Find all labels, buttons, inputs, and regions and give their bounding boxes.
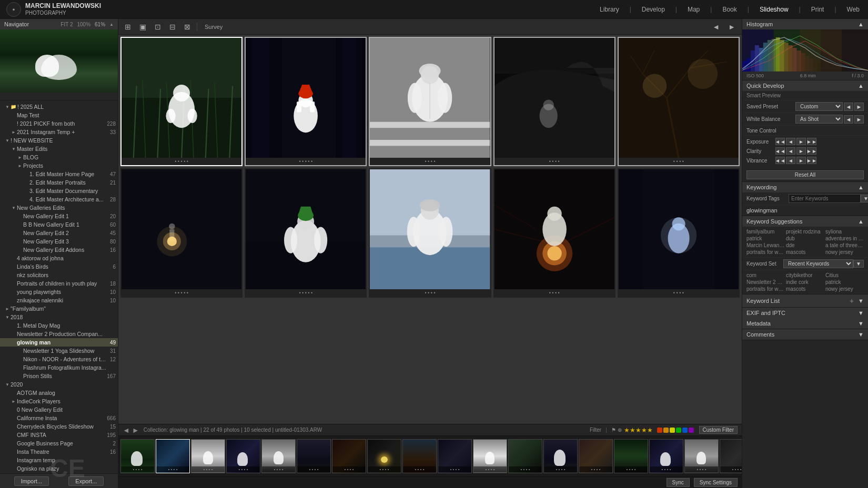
clarity-up-2[interactable]: ►► (807, 147, 816, 155)
wb-right[interactable]: ► (854, 115, 864, 124)
keyword-input[interactable] (789, 194, 861, 203)
zoom-100[interactable]: 100% (77, 22, 90, 27)
tree-gallery3[interactable]: New Gallery Edit 3 80 (0, 237, 118, 246)
tree-instagramtemp[interactable]: Instagram temp (0, 456, 118, 464)
ks-0[interactable]: com (746, 272, 785, 278)
navigator-header[interactable]: Navigator FIT 2 100% 61% ▲ (0, 19, 118, 29)
nav-map[interactable]: Map (685, 5, 702, 14)
tree-edit1[interactable]: 1. Edit Master Home Page 47 (0, 170, 118, 178)
import-button[interactable]: Import... (14, 476, 49, 486)
tree-instatheatre[interactable]: Insta Theatre 16 (0, 448, 118, 456)
keyword-set-select[interactable]: Recent Keywords (783, 259, 853, 268)
saved-preset-select[interactable]: Custom (795, 102, 843, 111)
tree-portraits[interactable]: Portraits of children in youth play 18 (0, 279, 118, 288)
zoom-current[interactable]: 61% (95, 22, 105, 27)
ks-7[interactable]: mascots (786, 286, 824, 292)
tree-nikon[interactable]: Nikon - NOOR - Adventures of th... 12 (0, 355, 118, 363)
film-thumb-6[interactable]: • • • • (332, 439, 366, 473)
photo-cell-7[interactable]: • • • • • (245, 168, 367, 298)
nav-develop[interactable]: Develop (640, 5, 667, 14)
tree-gallery2[interactable]: New Gallery Edit 2 45 (0, 229, 118, 237)
film-thumb-11[interactable]: • • • • (508, 439, 542, 473)
keyword-list-add[interactable]: + (850, 297, 854, 305)
tree-gallery1b[interactable]: B B New Gallery Edit 1 60 (0, 220, 118, 229)
tree-prison[interactable]: Prison Stills 167 (0, 372, 118, 380)
suggestion-1[interactable]: projekt rodzina (786, 229, 824, 235)
histogram-header[interactable]: Histogram ▲ (742, 19, 868, 29)
nav-print[interactable]: Print (809, 5, 826, 14)
saved-preset-right[interactable]: ► (854, 103, 864, 111)
people-view-btn[interactable]: ⊠ (182, 22, 193, 32)
film-thumb-10[interactable]: • • • • (473, 439, 507, 473)
photo-cell-6[interactable]: • • • • • (120, 168, 243, 298)
photo-cell-4[interactable]: • • • • (493, 37, 615, 166)
ks-5[interactable]: patrick (825, 279, 864, 285)
tree-cmfinsta[interactable]: CMF INSTA 195 (0, 431, 118, 439)
photo-cell-10[interactable]: • • • • (618, 168, 740, 298)
film-thumb-14[interactable]: • • • • (614, 439, 648, 473)
color-purple[interactable] (689, 428, 694, 433)
exposure-down-1[interactable]: ◄ (786, 138, 795, 145)
film-thumb-16[interactable]: • • • • (684, 439, 719, 473)
suggestion-10[interactable]: mascots (786, 249, 824, 255)
tree-2025all[interactable]: ▼ 📁 ! 2025 ALL (0, 103, 118, 111)
tree-masteredits[interactable]: ▼ Master Edits (0, 145, 118, 153)
tree-blog[interactable]: ► BLOG (0, 153, 118, 161)
keyword-dropdown-btn[interactable]: ▼ (861, 195, 868, 202)
keywording-toggle[interactable]: ▲ (858, 184, 864, 190)
suggestion-4[interactable]: dub (786, 236, 824, 241)
suggestion-9[interactable]: portraits for website (746, 249, 785, 255)
tree-newsletter1yoga[interactable]: Newsletter 1 Yoga Slideshow 31 (0, 347, 118, 355)
nav-slideshow[interactable]: Slideshow (758, 5, 791, 14)
white-balance-select[interactable]: As Shot (795, 115, 843, 124)
photo-cell-2[interactable]: • • • • • (245, 37, 367, 166)
photo-cell-3[interactable]: • • • • (369, 37, 491, 166)
suggestion-8[interactable]: a tale of three theatres (825, 242, 864, 248)
suggestion-11[interactable]: nowy jersey (825, 249, 864, 255)
exif-toggle[interactable]: ▼ (858, 310, 864, 316)
tree-californme[interactable]: Californme Insta 666 (0, 414, 118, 422)
keyword-suggestions-header[interactable]: Keyword Suggestions ▲ (742, 216, 868, 227)
tree-glowingman[interactable]: glowing man 49 (0, 338, 118, 347)
histogram-toggle[interactable]: ▲ (858, 21, 864, 27)
tree-cherrydeck[interactable]: Cherrydeck Bicycles Slideshow 15 (0, 422, 118, 431)
photo-cell-9[interactable]: • • • • (493, 168, 615, 298)
color-red[interactable] (657, 428, 662, 433)
suggestion-3[interactable]: patrick (746, 236, 785, 241)
tree-newgallery0[interactable]: 0 New Gallery Edit (0, 405, 118, 414)
tree-galleryaddons[interactable]: New Gallery Edit Addons 16 (0, 246, 118, 254)
film-thumb-7[interactable]: • • • • (367, 439, 401, 473)
navigator-preview[interactable] (0, 29, 118, 93)
color-orange[interactable] (663, 428, 669, 433)
vibrance-up-1[interactable]: ► (796, 157, 806, 164)
tree-flashrum[interactable]: Flashrum Fotografikum Instagra... (0, 363, 118, 372)
prev-arrow[interactable]: ◄ (710, 22, 722, 32)
catalog-tree[interactable]: ▼ 📁 ! 2025 ALL Map Test ! 2021 PICKF fro… (0, 100, 118, 473)
ks-6[interactable]: portraits for website (746, 286, 785, 292)
loupe-view-btn[interactable]: ▣ (137, 22, 148, 32)
tree-google[interactable]: Google Business Page 2 (0, 439, 118, 448)
keywording-header[interactable]: Keywording ▲ (742, 182, 868, 192)
navigator-toggle[interactable]: ▲ (109, 22, 114, 27)
suggestion-5[interactable]: adventures in coyking (825, 236, 864, 241)
photo-cell-8[interactable]: • • • • (369, 168, 491, 298)
film-thumb-13[interactable]: • • • • (579, 439, 613, 473)
film-thumb-17[interactable]: • • • • (720, 439, 742, 473)
tree-young[interactable]: young playwrights 10 (0, 288, 118, 296)
comments-header[interactable]: Comments ▼ (742, 329, 868, 340)
comments-toggle[interactable]: ▼ (858, 331, 864, 338)
film-thumb-3[interactable]: • • • • (226, 439, 260, 473)
ks-1[interactable]: citybikethor (786, 272, 824, 278)
exposure-up-2[interactable]: ►► (807, 138, 816, 145)
tree-edit4[interactable]: 4. Edit Master Architecture a... 28 (0, 195, 118, 204)
tree-maptest[interactable]: Map Test (0, 111, 118, 119)
film-thumb-0[interactable]: • • • • (120, 439, 155, 473)
compare-view-btn[interactable]: ⊡ (153, 22, 163, 32)
exif-header[interactable]: EXIF and IPTC ▼ (742, 308, 868, 318)
tree-2020[interactable]: ▼ 2020 (0, 380, 118, 389)
suggestion-0[interactable]: familyalbum (746, 229, 785, 235)
survey-view-btn[interactable]: ⊟ (167, 22, 178, 32)
suggestion-7[interactable]: dde (786, 242, 824, 248)
tree-nkz[interactable]: nkz solicitors (0, 271, 118, 279)
tree-2021instagram[interactable]: ► 2021 Instagram Temp + 33 (0, 128, 118, 136)
